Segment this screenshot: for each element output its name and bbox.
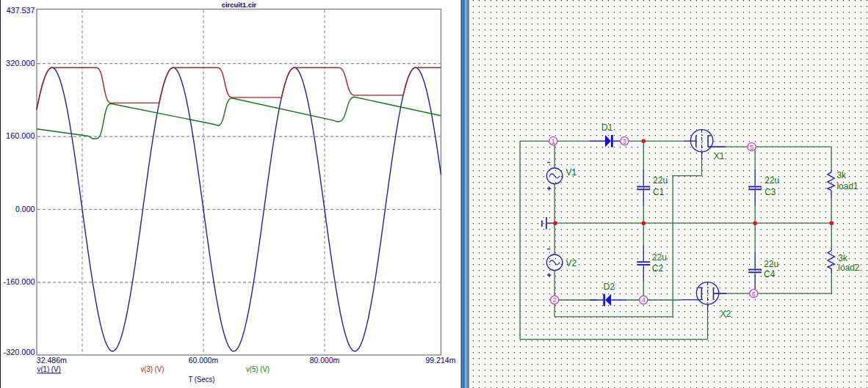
svg-text:3k: 3k xyxy=(837,170,847,180)
svg-text:3: 3 xyxy=(623,137,626,145)
svg-text:4: 4 xyxy=(642,296,645,304)
svg-text:-160.000: -160.000 xyxy=(4,277,35,286)
svg-text:160.000: 160.000 xyxy=(6,131,35,140)
svg-text:v(5) (V): v(5) (V) xyxy=(246,365,270,373)
svg-text:C2: C2 xyxy=(652,263,664,274)
svg-text:1: 1 xyxy=(551,137,555,145)
svg-text:2: 2 xyxy=(553,296,557,304)
svg-text:V1: V1 xyxy=(566,167,577,177)
svg-text:X2: X2 xyxy=(720,309,731,319)
svg-text:99.214m: 99.214m xyxy=(426,356,456,365)
svg-text:60.000m: 60.000m xyxy=(189,356,219,365)
svg-text:0.000: 0.000 xyxy=(15,205,35,213)
svg-text:80.000m: 80.000m xyxy=(310,356,340,365)
svg-text:C1: C1 xyxy=(653,187,665,197)
svg-text:437.537: 437.537 xyxy=(7,6,35,15)
svg-text:V2: V2 xyxy=(566,258,577,268)
svg-text:C4: C4 xyxy=(764,269,775,279)
svg-text:C3: C3 xyxy=(765,187,777,197)
svg-text:22u: 22u xyxy=(765,175,780,186)
svg-text:32.486m: 32.486m xyxy=(37,356,67,365)
svg-text:T (Secs): T (Secs) xyxy=(189,376,215,384)
svg-text:v(3) (V): v(3) (V) xyxy=(140,365,164,373)
svg-text:22u: 22u xyxy=(652,252,667,263)
svg-text:X1: X1 xyxy=(714,151,725,161)
svg-text:22u: 22u xyxy=(653,175,668,186)
svg-text:D1: D1 xyxy=(601,122,613,133)
svg-text:-320.000: -320.000 xyxy=(4,348,35,356)
svg-text:v(1) (V): v(1) (V) xyxy=(37,365,61,373)
svg-text:3k: 3k xyxy=(839,253,849,263)
svg-text:D2: D2 xyxy=(604,282,615,292)
svg-text:circuit1.cir: circuit1.cir xyxy=(222,1,257,9)
svg-text:6: 6 xyxy=(752,290,756,298)
svg-text:load1: load1 xyxy=(837,181,859,191)
svg-text:load2: load2 xyxy=(839,263,861,273)
svg-text:22u: 22u xyxy=(764,259,778,269)
svg-text:5: 5 xyxy=(750,143,753,151)
svg-text:320.000: 320.000 xyxy=(6,59,35,67)
